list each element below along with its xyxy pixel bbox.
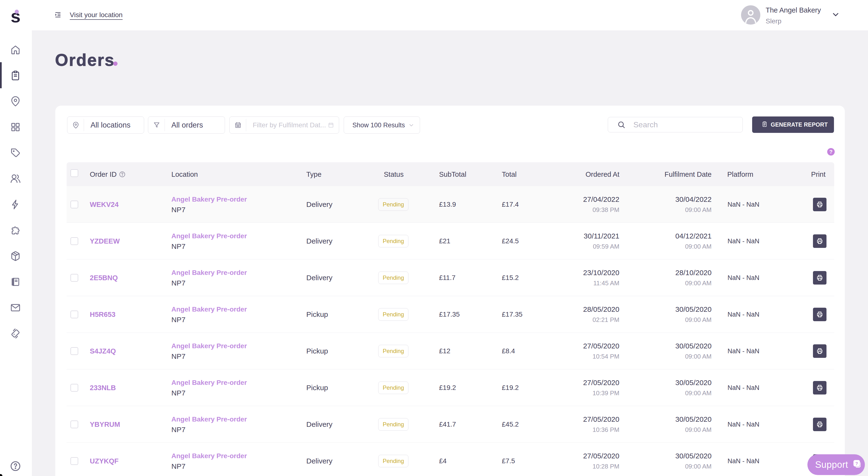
svg-text:?: ? (856, 461, 858, 466)
